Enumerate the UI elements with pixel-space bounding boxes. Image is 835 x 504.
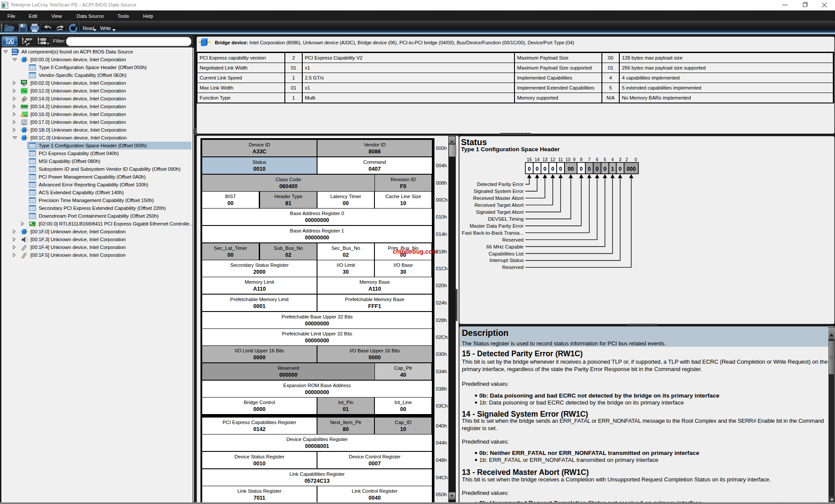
svg-text:5: 5 xyxy=(604,157,606,162)
svg-text:9: 9 xyxy=(573,157,576,162)
svg-text:Signaled Target Abort: Signaled Target Abort xyxy=(476,209,524,215)
svg-text:Interrupt Status: Interrupt Status xyxy=(489,258,524,263)
svg-text:6: 6 xyxy=(596,157,598,162)
svg-text:8: 8 xyxy=(580,157,583,162)
svg-text:DEVSEL Timing: DEVSEL Timing xyxy=(488,216,524,222)
svg-text:66 MHz Capable: 66 MHz Capable xyxy=(486,244,524,249)
svg-text:Reserved: Reserved xyxy=(502,237,524,242)
svg-text:0: 0 xyxy=(544,166,547,172)
svg-text:Received Target Abort: Received Target Abort xyxy=(474,202,524,208)
svg-text:14: 14 xyxy=(534,157,540,162)
svg-text:Detected Parity Error: Detected Parity Error xyxy=(477,182,524,187)
svg-text:0: 0 xyxy=(604,166,607,172)
svg-text:0: 0 xyxy=(635,157,637,162)
svg-text:7: 7 xyxy=(588,157,591,162)
svg-text:Reserved: Reserved xyxy=(502,265,524,270)
svg-text:Signaled System Error: Signaled System Error xyxy=(474,189,524,194)
svg-text:0: 0 xyxy=(551,166,554,172)
svg-text:0: 0 xyxy=(528,166,531,172)
svg-text:BDF: BDF xyxy=(26,37,33,41)
svg-text:0: 0 xyxy=(559,166,562,172)
svg-text:12: 12 xyxy=(550,157,555,162)
svg-text:0: 0 xyxy=(536,166,539,172)
svg-text:000: 000 xyxy=(627,166,636,172)
svg-text:0: 0 xyxy=(588,166,591,172)
svg-text:0: 0 xyxy=(580,166,583,172)
svg-text:2: 2 xyxy=(625,157,628,162)
svg-text:Capabilities List: Capabilities List xyxy=(488,251,524,256)
svg-text:Master Data Parity Error: Master Data Parity Error xyxy=(470,223,524,229)
svg-text:4: 4 xyxy=(611,157,614,162)
svg-text:0: 0 xyxy=(619,166,622,172)
svg-text:Fast Back-to-Back Transa...: Fast Back-to-Back Transa... xyxy=(462,230,524,235)
svg-text:15: 15 xyxy=(527,157,532,162)
svg-text:1: 1 xyxy=(611,166,614,172)
svg-text:13: 13 xyxy=(542,157,548,162)
svg-text:00: 00 xyxy=(568,166,574,172)
svg-text:0: 0 xyxy=(596,166,599,172)
svg-text:10: 10 xyxy=(565,157,571,162)
svg-text:Received Master Abort: Received Master Abort xyxy=(473,196,524,201)
svg-text:3: 3 xyxy=(619,157,621,162)
svg-text:11: 11 xyxy=(558,157,563,162)
